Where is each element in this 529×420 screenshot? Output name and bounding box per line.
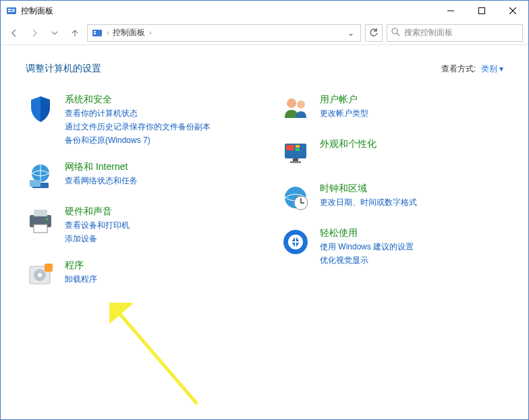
category-title[interactable]: 硬件和声音 [65, 206, 130, 218]
programs-icon [26, 260, 55, 289]
maximize-button[interactable] [466, 1, 497, 21]
category-title[interactable]: 程序 [65, 260, 97, 272]
category-link[interactable]: 卸载程序 [65, 273, 97, 285]
category-link[interactable]: 查看你的计算机状态 [65, 107, 211, 119]
svg-line-12 [397, 33, 399, 36]
svg-rect-5 [479, 8, 485, 14]
refresh-button[interactable] [365, 24, 383, 42]
up-button[interactable] [67, 25, 83, 41]
svg-rect-23 [45, 264, 53, 272]
category-link[interactable]: 查看设备和打印机 [65, 219, 130, 231]
category-programs: 程序 卸载程序 [26, 260, 248, 289]
address-bar[interactable]: › 控制面板 › ⌄ [87, 24, 361, 42]
left-column: 系统和安全 查看你的计算机状态 通过文件历史记录保存你的文件备份副本 备份和还原… [26, 94, 248, 289]
page-title: 调整计算机的设置 [26, 63, 101, 75]
svg-point-25 [297, 100, 305, 109]
category-title[interactable]: 网络和 Internet [65, 161, 138, 173]
breadcrumb-root[interactable]: 控制面板 [113, 27, 145, 38]
category-link[interactable]: 备份和还原(Windows 7) [65, 134, 211, 146]
svg-rect-1 [8, 9, 11, 10]
monitor-icon [281, 138, 310, 168]
control-panel-icon [92, 28, 103, 38]
recent-dropdown[interactable] [47, 25, 63, 41]
svg-rect-30 [293, 158, 298, 161]
category-link[interactable]: 查看网络状态和任务 [65, 175, 138, 187]
window-title: 控制面板 [21, 5, 435, 17]
search-icon [391, 28, 400, 38]
svg-rect-18 [34, 224, 47, 233]
svg-rect-10 [94, 33, 96, 34]
content-area: 调整计算机的设置 查看方式: 类别 ▾ 系统和安全 查看你的计算机状态 通过文件… [1, 47, 528, 419]
viewmode-dropdown[interactable]: 类别 ▾ [481, 64, 503, 73]
titlebar: 控制面板 [1, 1, 528, 21]
users-icon [281, 94, 310, 123]
view-mode: 查看方式: 类别 ▾ [441, 63, 503, 75]
category-link[interactable]: 通过文件历史记录保存你的文件备份副本 [65, 121, 211, 133]
svg-rect-31 [290, 161, 301, 163]
svg-line-38 [116, 309, 197, 404]
svg-rect-15 [30, 180, 40, 187]
content-header: 调整计算机的设置 查看方式: 类别 ▾ [26, 63, 503, 75]
category-link[interactable]: 优化视觉显示 [320, 254, 414, 266]
search-input[interactable]: 搜索控制面板 [387, 24, 523, 42]
clock-globe-icon [281, 183, 310, 212]
svg-point-19 [46, 218, 49, 220]
category-hardware: 硬件和声音 查看设备和打印机 添加设备 [26, 206, 248, 245]
svg-rect-28 [296, 145, 300, 148]
ease-icon [281, 227, 310, 257]
printer-icon [26, 206, 55, 235]
svg-point-24 [287, 98, 296, 108]
window-controls [435, 1, 528, 21]
viewmode-label: 查看方式: [441, 64, 476, 73]
globe-icon [26, 161, 55, 191]
close-button[interactable] [497, 1, 528, 21]
category-title[interactable]: 时钟和区域 [320, 183, 417, 195]
category-link[interactable]: 更改日期、时间或数字格式 [320, 196, 417, 208]
chevron-down-icon[interactable]: ⌄ [345, 28, 356, 38]
annotation-arrow [109, 303, 217, 411]
minimize-button[interactable] [435, 1, 466, 21]
svg-point-11 [392, 28, 397, 34]
category-appearance: 外观和个性化 [281, 138, 503, 168]
svg-point-22 [38, 273, 42, 277]
navbar: › 控制面板 › ⌄ 搜索控制面板 [1, 21, 528, 45]
category-columns: 系统和安全 查看你的计算机状态 通过文件历史记录保存你的文件备份副本 备份和还原… [26, 94, 503, 289]
category-link[interactable]: 更改帐户类型 [320, 107, 368, 119]
category-link[interactable]: 添加设备 [65, 233, 130, 245]
back-button[interactable] [6, 25, 22, 41]
app-icon [6, 5, 17, 16]
category-title[interactable]: 系统和安全 [65, 94, 211, 106]
svg-rect-3 [11, 9, 15, 12]
svg-rect-2 [8, 11, 11, 12]
category-title[interactable]: 用户帐户 [320, 94, 368, 106]
shield-icon [26, 94, 55, 123]
svg-rect-17 [34, 210, 47, 216]
right-column: 用户帐户 更改帐户类型 外观和个性化 时钟和区域 更改日期、时间或数字格 [281, 94, 503, 289]
category-title[interactable]: 轻松使用 [320, 227, 414, 239]
category-users: 用户帐户 更改帐户类型 [281, 94, 503, 123]
forward-button[interactable] [26, 25, 43, 41]
category-clock: 时钟和区域 更改日期、时间或数字格式 [281, 183, 503, 212]
category-ease-of-access: 轻松使用 使用 Windows 建议的设置 优化视觉显示 [281, 227, 503, 266]
svg-rect-9 [94, 31, 96, 32]
category-link[interactable]: 使用 Windows 建议的设置 [320, 241, 414, 253]
category-title[interactable]: 外观和个性化 [320, 138, 377, 150]
chevron-right-icon: › [149, 29, 151, 36]
search-placeholder: 搜索控制面板 [404, 27, 453, 38]
chevron-right-icon: › [107, 29, 109, 36]
svg-rect-27 [286, 145, 294, 150]
category-system-security: 系统和安全 查看你的计算机状态 通过文件历史记录保存你的文件备份副本 备份和还原… [26, 94, 248, 146]
category-network: 网络和 Internet 查看网络状态和任务 [26, 161, 248, 191]
svg-rect-29 [296, 148, 300, 151]
